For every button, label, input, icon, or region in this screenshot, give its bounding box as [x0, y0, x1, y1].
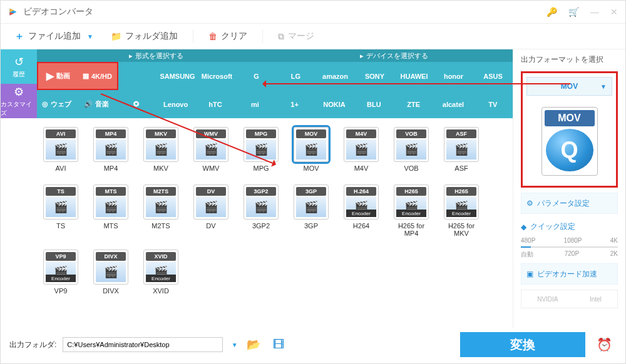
format-label: DIVX: [103, 287, 119, 295]
format-h264[interactable]: H.264🎬EncoderH264: [344, 185, 379, 237]
format-vob[interactable]: VOB🎬VOB: [394, 127, 429, 172]
brand-sony[interactable]: SONY: [355, 62, 394, 90]
minimize-button[interactable]: —: [590, 7, 599, 17]
format-m4v[interactable]: M4V🎬M4V: [344, 127, 379, 172]
format-mkv[interactable]: MKV🎬MKV: [143, 127, 178, 172]
format-label: XVID: [153, 287, 169, 295]
brand-blu[interactable]: BLU: [354, 90, 394, 118]
brand-google[interactable]: G: [237, 62, 276, 90]
brand-apple[interactable]: [118, 62, 158, 90]
app-logo: [8, 7, 18, 17]
category-web[interactable]: ◎ウェブ: [37, 90, 76, 118]
center-panel: ▸ 形式を選択する ▸ デバイスを選択する ▶動画 ▦4K/HD SAMSUNG…: [37, 49, 513, 328]
folder-filmstrip-icon[interactable]: 🎞: [269, 338, 288, 351]
brand-htc[interactable]: hTC: [195, 90, 235, 118]
gear-icon: ⚙: [14, 85, 24, 99]
merge-button[interactable]: ⧉ マージ: [272, 28, 321, 44]
play-icon: ▶: [46, 70, 54, 82]
brand-microsoft[interactable]: Microsoft: [197, 62, 237, 90]
annotation-arrow-1: [264, 83, 570, 84]
sidebar-tab-history[interactable]: ↺ 履歴: [1, 49, 37, 84]
brand-amazon[interactable]: amazon: [316, 62, 355, 90]
category-video[interactable]: ▶動画: [37, 62, 78, 90]
brand-honor[interactable]: honor: [434, 62, 473, 90]
right-panel: 出力フォーマットを選択 MOV MOV Q ⚙ パラメータ設定 ◆ クイック設定: [513, 49, 625, 328]
brand-samsung[interactable]: SAMSUNG: [158, 62, 197, 90]
format-label: AVI: [56, 164, 66, 172]
category-row-2: ◎ウェブ 🔊音楽 ✪ Lenovo hTC mi 1+ NOKIA BLU ZT…: [37, 90, 513, 118]
path-dropdown-icon[interactable]: ▼: [232, 341, 238, 348]
customize-label: カスタマイズ: [1, 100, 37, 118]
folder-icon: 📁: [111, 31, 121, 41]
brand-lg[interactable]: LG: [276, 62, 316, 90]
history-label: 履歴: [13, 70, 25, 79]
format-mov[interactable]: MOV🎬MOV: [294, 127, 329, 172]
separator: [262, 29, 263, 43]
brand-lenovo[interactable]: Lenovo: [156, 90, 195, 118]
slider-icon: ⚙: [526, 199, 533, 208]
format-label: VP9: [54, 287, 68, 295]
brand-xiaomi[interactable]: mi: [235, 90, 275, 118]
format-label: 3GP: [304, 222, 318, 230]
output-folder-field[interactable]: [63, 337, 222, 352]
key-icon[interactable]: 🔑: [546, 7, 557, 17]
close-button[interactable]: ✕: [610, 7, 618, 17]
brand-huawei[interactable]: HUAWEI: [394, 62, 434, 90]
brand-zte[interactable]: ZTE: [394, 90, 433, 118]
sidebar-tab-customize[interactable]: ⚙ カスタマイズ: [1, 84, 37, 118]
format-divx[interactable]: DIVX🎬DIVX: [93, 250, 128, 295]
cart-icon[interactable]: 🛒: [568, 7, 579, 17]
format-label: MPG: [253, 164, 269, 172]
parameter-settings-button[interactable]: ⚙ パラメータ設定: [521, 193, 618, 214]
hd-icon: ▦: [83, 72, 89, 80]
brand-nokia[interactable]: NOKIA: [314, 90, 354, 118]
format-xvid[interactable]: XVID🎬EncoderXVID: [143, 250, 178, 295]
format-label: VOB: [404, 164, 418, 172]
format-m2ts[interactable]: M2TS🎬M2TS: [143, 185, 178, 237]
chip-icon: ▣: [526, 270, 533, 278]
clear-button[interactable]: 🗑 クリア: [202, 28, 254, 44]
alarm-button[interactable]: ⏰: [592, 332, 617, 357]
format-label: 3GP2: [252, 222, 270, 230]
output-folder-input[interactable]: [63, 337, 222, 352]
output-format-title: 出力フォーマットを選択: [521, 54, 618, 65]
chevron-down-icon: ▼: [87, 33, 93, 40]
brand-oneplus[interactable]: 1+: [275, 90, 314, 118]
app-title: ビデオコンバータ: [23, 6, 93, 18]
brand-alcatel[interactable]: alcatel: [433, 90, 473, 118]
preview-band: MOV: [545, 110, 595, 126]
format-avi[interactable]: AVI🎬AVI: [43, 127, 78, 172]
format-3gp2[interactable]: 3GP2🎬3GP2: [244, 185, 279, 237]
category-audio[interactable]: 🔊音楽: [76, 90, 116, 118]
format-vp9[interactable]: VP9🎬EncoderVP9: [43, 250, 78, 295]
brand-tv[interactable]: TV: [473, 90, 513, 118]
format-h265-for-mp4[interactable]: H265For MP4🎬EncoderH265 for MP4: [394, 185, 429, 237]
tab-device[interactable]: ▸ デバイスを選択する: [275, 49, 513, 62]
add-file-button[interactable]: ＋ ファイル追加 ▼: [8, 28, 100, 46]
trash-icon: 🗑: [208, 31, 217, 41]
format-dv[interactable]: DV🎬DV: [193, 185, 228, 237]
titlebar: ビデオコンバータ 🔑 🛒 — ✕: [1, 1, 625, 23]
format-label: ASF: [454, 164, 468, 172]
format-label: M4V: [354, 164, 369, 172]
gpu-accel-button[interactable]: ▣ ビデオカード加速: [521, 263, 618, 285]
open-folder-button[interactable]: 📂: [244, 338, 263, 351]
add-file-label: ファイル追加: [28, 31, 81, 42]
format-3gp[interactable]: 3GP🎬3GP: [294, 185, 329, 237]
format-mp4[interactable]: MP4🎬MP4: [93, 127, 128, 172]
format-asf[interactable]: ASF🎬ASF: [444, 127, 479, 172]
quick-settings-title: ◆ クイック設定: [521, 221, 618, 232]
format-mts[interactable]: MTS🎬MTS: [93, 185, 128, 237]
add-folder-button[interactable]: 📁 フォルダ追加: [105, 28, 184, 44]
brand-asus[interactable]: ASUS: [473, 62, 513, 90]
format-label: MTS: [103, 222, 118, 230]
output-format-select[interactable]: MOV: [526, 77, 612, 96]
format-label: H264: [353, 222, 369, 230]
resolution-slider[interactable]: 480P1080P4K 自動720P2K: [521, 237, 618, 258]
category-4k-hd[interactable]: ▦4K/HD: [78, 62, 118, 90]
format-h265-for-mkv[interactable]: H265For MKV🎬EncoderH265 for MKV: [444, 185, 479, 237]
convert-button[interactable]: 変換: [460, 332, 585, 357]
format-ts[interactable]: TS🎬TS: [43, 185, 78, 237]
tab-header: ▸ 形式を選択する ▸ デバイスを選択する: [37, 49, 513, 62]
tab-format[interactable]: ▸ 形式を選択する: [37, 49, 275, 62]
